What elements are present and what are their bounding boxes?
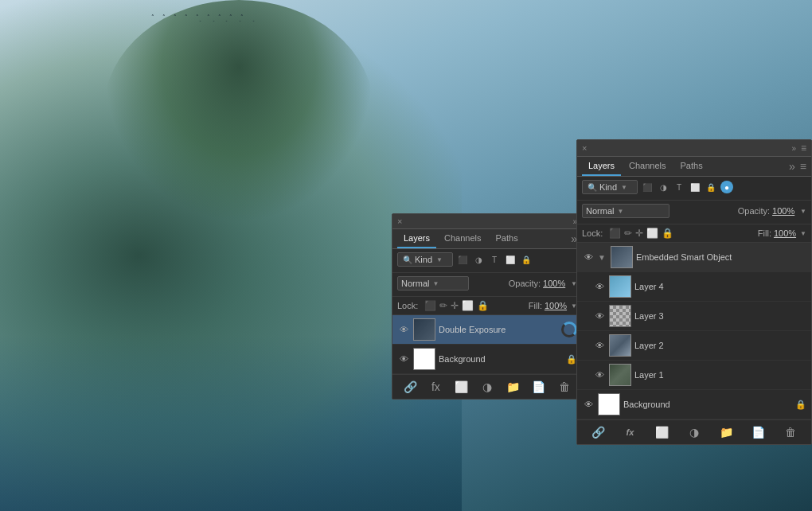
adjustment-btn-small[interactable]: ◑ <box>479 379 495 395</box>
link-layers-btn-small[interactable]: 🔗 <box>402 379 418 395</box>
eye-icon-embedded[interactable]: 👁 <box>582 251 595 263</box>
lock-icons-large: ⬛ ✏ ✛ ⬜ 🔒 <box>609 228 673 239</box>
eye-icon-layer3[interactable]: 👁 <box>593 310 606 322</box>
layer-progress-indicator <box>561 322 577 337</box>
layer-item-double-exposure[interactable]: 👁 Double Exposure <box>392 315 582 345</box>
delete-layer-btn-large[interactable]: 🗑 <box>783 424 798 440</box>
tab-channels-small[interactable]: Channels <box>438 229 487 248</box>
layer-item-background-large[interactable]: 👁 Background 🔒 <box>577 390 811 419</box>
layer-style-btn-small[interactable]: fx <box>427 379 443 395</box>
opacity-control-small: Opacity: 100% ▼ <box>509 279 577 288</box>
lock-all-icon[interactable]: 🔒 <box>477 300 489 311</box>
lock-fill-row-large: Lock: ⬛ ✏ ✛ ⬜ 🔒 Fill: 100% ▼ <box>577 224 811 243</box>
filter-shape-icon-large[interactable]: ⬜ <box>689 181 701 193</box>
filter-pixel-icon-large[interactable]: ⬛ <box>641 181 654 193</box>
mask-btn-small[interactable]: ⬜ <box>454 379 470 395</box>
blend-opacity-row-small: Normal ▼ Opacity: 100% ▼ <box>392 273 582 297</box>
link-layers-btn-large[interactable]: 🔗 <box>590 424 606 440</box>
lock-fill-row-small: Lock: ⬛ ✏ ✛ ⬜ 🔒 Fill: 100% ▼ <box>392 297 582 315</box>
eye-icon-layer2[interactable]: 👁 <box>593 339 606 352</box>
filter-adjust-icon[interactable]: ◑ <box>472 253 485 266</box>
blend-mode-select-small[interactable]: Normal ▼ <box>397 276 469 291</box>
filter-shape-icon[interactable]: ⬜ <box>504 253 517 266</box>
layers-panel-large: × » ≡ Layers Channels Paths » ≡ 🔍 Kind ▼… <box>576 139 812 445</box>
panel-footer-small: 🔗 fx ⬜ ◑ 📁 📄 🗑 <box>392 374 582 399</box>
lock-position-icon-large[interactable]: ✛ <box>635 228 643 239</box>
lock-image-icon[interactable]: ✏ <box>439 300 447 311</box>
lock-icon-background-small: 🔒 <box>566 354 577 365</box>
panel-titlebar-small: × » <box>392 214 582 229</box>
blend-mode-select-large[interactable]: Normal ▼ <box>582 204 670 218</box>
filter-type-icon[interactable]: T <box>488 253 501 266</box>
group-btn-large[interactable]: 📁 <box>718 424 734 440</box>
filter-type-icon-large[interactable]: T <box>673 181 685 193</box>
panel-titlebar-large: × » ≡ <box>577 140 811 157</box>
eye-icon-background-small[interactable]: 👁 <box>397 353 410 365</box>
kind-filter-row-large: 🔍 Kind ▼ ⬛ ◑ T ⬜ 🔒 ● <box>577 177 811 201</box>
filter-icons-large: ⬛ ◑ T ⬜ 🔒 ● <box>641 181 733 193</box>
expand-icon-large[interactable]: » <box>791 144 796 153</box>
blend-opacity-row-large: Normal ▼ Opacity: 100% ▼ <box>577 201 811 224</box>
filter-smart-icon-large[interactable]: 🔒 <box>705 181 717 193</box>
tab-layers-large[interactable]: Layers <box>582 157 621 176</box>
layer-item-layer3[interactable]: 👁 Layer 3 <box>577 302 811 331</box>
kind-select-large[interactable]: 🔍 Kind ▼ <box>582 180 638 194</box>
thumbnail-background-large <box>598 393 620 415</box>
thumbnail-embedded <box>611 246 633 268</box>
kind-filter-row-small: 🔍 Kind ▼ ⬛ ◑ T ⬜ 🔒 <box>392 249 582 273</box>
panel-menu-large[interactable]: ≡ <box>801 142 806 154</box>
tab-channels-large[interactable]: Channels <box>623 157 672 176</box>
close-btn-small[interactable]: × <box>397 216 402 226</box>
filter-pixel-icon[interactable]: ⬛ <box>456 253 469 266</box>
mask-btn-large[interactable]: ⬜ <box>654 424 670 440</box>
panel-hamburger-large[interactable]: ≡ <box>800 160 806 173</box>
eye-icon-double-exposure[interactable]: 👁 <box>397 323 410 336</box>
new-layer-btn-large[interactable]: 📄 <box>751 424 767 440</box>
thumbnail-layer2 <box>609 334 631 357</box>
lock-artboard-icon-large[interactable]: ⬜ <box>646 228 658 239</box>
thumbnail-layer4 <box>609 275 631 298</box>
thumbnail-double-exposure <box>413 318 435 341</box>
lock-artboard-icon[interactable]: ⬜ <box>462 300 474 311</box>
panel-footer-large: 🔗 fx ⬜ ◑ 📁 📄 🗑 <box>577 419 811 444</box>
fill-control-large: Fill: 100% ▼ <box>758 228 806 238</box>
layer-style-btn-large[interactable]: fx <box>622 424 638 440</box>
layer-item-layer4[interactable]: 👁 Layer 4 <box>577 272 811 302</box>
group-btn-small[interactable]: 📁 <box>505 379 521 395</box>
lock-transparent-icon[interactable]: ⬛ <box>424 300 436 311</box>
lock-image-icon-large[interactable]: ✏ <box>624 228 632 239</box>
close-btn-large[interactable]: × <box>582 143 587 153</box>
tab-paths-large[interactable]: Paths <box>674 157 709 176</box>
filter-icons-small: ⬛ ◑ T ⬜ 🔒 <box>456 253 533 266</box>
new-layer-btn-small[interactable]: 📄 <box>531 379 547 395</box>
eye-icon-layer1[interactable]: 👁 <box>593 369 606 381</box>
lock-position-icon[interactable]: ✛ <box>451 300 459 311</box>
tab-layers-small[interactable]: Layers <box>397 229 436 248</box>
eye-icon-background-large[interactable]: 👁 <box>582 398 595 411</box>
lock-icon-background-large: 🔒 <box>795 400 806 410</box>
panel-tabs-small: Layers Channels Paths » <box>392 229 582 249</box>
delete-layer-btn-small[interactable]: 🗑 <box>556 379 572 395</box>
layer-item-background-small[interactable]: 👁 Background 🔒 <box>392 345 582 374</box>
layer-item-layer1[interactable]: 👁 Layer 1 <box>577 361 811 390</box>
layer-item-layer2[interactable]: 👁 Layer 2 <box>577 331 811 361</box>
lock-transparent-icon-large[interactable]: ⬛ <box>609 228 621 239</box>
filter-adjust-icon-large[interactable]: ◑ <box>657 181 670 193</box>
kind-select-small[interactable]: 🔍 Kind ▼ <box>397 252 453 267</box>
lock-icons-small: ⬛ ✏ ✛ ⬜ 🔒 <box>424 300 489 311</box>
filter-active-icon-large[interactable]: ● <box>720 181 733 193</box>
tabs-more-large[interactable]: » <box>789 160 795 173</box>
layers-list-small: 👁 Double Exposure 👁 Background 🔒 <box>392 315 582 374</box>
eye-icon-layer4[interactable]: 👁 <box>593 280 606 293</box>
panel-tabs-large: Layers Channels Paths » ≡ <box>577 157 811 177</box>
tab-paths-small[interactable]: Paths <box>490 229 525 248</box>
adjustment-btn-large[interactable]: ◑ <box>686 424 702 440</box>
filter-smart-icon[interactable]: 🔒 <box>520 253 533 266</box>
layers-panel-small: × » Layers Channels Paths » 🔍 Kind ▼ ⬛ ◑… <box>392 213 583 400</box>
opacity-control-large: Opacity: 100% ▼ <box>738 206 806 216</box>
layer-item-embedded-smart[interactable]: 👁 ▼ Embedded Smart Object <box>577 243 811 272</box>
fill-control-small: Fill: 100% ▼ <box>529 301 577 310</box>
expand-chevron-embedded[interactable]: ▼ <box>598 253 606 262</box>
thumbnail-layer3 <box>609 305 631 327</box>
lock-all-icon-large[interactable]: 🔒 <box>662 228 673 239</box>
